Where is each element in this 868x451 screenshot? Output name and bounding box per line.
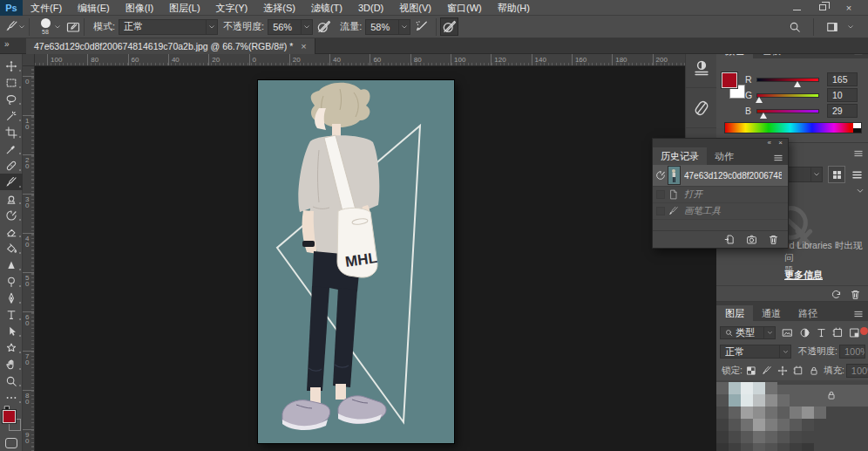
brush-panel-toggle-icon[interactable] <box>66 20 80 34</box>
channel-value[interactable]: 165 <box>827 72 858 86</box>
menu-item-5[interactable]: 选择(S) <box>255 0 303 15</box>
search-icon[interactable] <box>789 21 801 33</box>
filter-smart-objects-icon[interactable] <box>849 327 860 338</box>
tab-history[interactable]: 历史记录 <box>653 147 707 165</box>
layer-blend-mode-select[interactable]: 正常 <box>720 345 791 359</box>
menu-item-6[interactable]: 滤镜(T) <box>303 0 350 15</box>
airbrush-icon[interactable] <box>414 19 429 34</box>
history-close-icon[interactable]: × <box>778 139 783 147</box>
channel-slider-knob[interactable] <box>760 113 767 119</box>
filter-pixel-layers-icon[interactable] <box>782 327 793 338</box>
tab-paths[interactable]: 路径 <box>790 305 826 321</box>
more-info-link[interactable]: 更多信息 <box>784 269 823 282</box>
canvas-image[interactable]: MHL <box>258 80 454 443</box>
history-state-row[interactable]: 打开 <box>653 187 788 203</box>
trash-icon[interactable] <box>850 289 861 300</box>
channel-value[interactable]: 29 <box>827 104 858 118</box>
grid-view-toggle[interactable] <box>828 166 845 183</box>
type-tool[interactable] <box>0 306 23 323</box>
panel-menu-icon[interactable] <box>853 148 864 159</box>
menu-item-8[interactable]: 视图(V) <box>391 0 439 15</box>
lasso-tool[interactable] <box>0 91 23 107</box>
dodge-tool[interactable] <box>0 273 23 290</box>
brush-preset-picker[interactable]: 58 <box>37 18 54 35</box>
path-select-tool[interactable] <box>0 323 23 339</box>
channel-value[interactable]: 10 <box>827 88 858 102</box>
channel-slider-knob[interactable] <box>756 97 763 103</box>
styles-dock-button[interactable] <box>686 88 716 128</box>
menu-item-1[interactable]: 编辑(E) <box>70 0 118 15</box>
delete-state-icon[interactable] <box>768 234 779 245</box>
menu-item-7[interactable]: 3D(D) <box>350 0 391 15</box>
horizontal-ruler[interactable]: 10080604020020406080100120140160180200 <box>35 54 685 66</box>
pen-tool[interactable] <box>0 290 23 306</box>
magic-wand-tool[interactable] <box>0 107 23 124</box>
layer-filter-select[interactable]: 类型 <box>720 326 776 339</box>
flow-select[interactable]: 58% <box>365 19 410 35</box>
color-spectrum-ramp[interactable] <box>724 122 862 133</box>
brush-tool[interactable] <box>0 174 23 190</box>
menu-item-9[interactable]: 窗口(W) <box>439 0 490 15</box>
tool-preset-chevron-icon[interactable] <box>18 24 25 31</box>
layer-fill-select[interactable]: 100% <box>846 364 868 378</box>
paint-bucket-tool[interactable] <box>0 240 23 256</box>
chevron-down-icon[interactable] <box>763 327 775 338</box>
marquee-tool[interactable] <box>0 74 23 91</box>
new-document-from-state-icon[interactable] <box>724 234 736 245</box>
chevron-down-icon[interactable] <box>779 345 790 358</box>
foreground-color-swatch[interactable] <box>3 410 16 423</box>
document-tab[interactable]: 47e63d129c0d8f200674814619c70a2b.jpg @ 6… <box>26 38 315 54</box>
channel-slider[interactable] <box>756 93 819 98</box>
lock-artboard-icon[interactable] <box>793 366 804 376</box>
menu-item-3[interactable]: 图层(L) <box>161 0 207 15</box>
layer-filter-toggle[interactable] <box>860 327 868 335</box>
chevron-down-icon[interactable] <box>810 167 822 181</box>
tab-close-icon[interactable]: × <box>301 41 306 51</box>
close-button[interactable]: × <box>842 3 856 13</box>
pressure-opacity-icon[interactable] <box>316 19 331 34</box>
lock-all-icon[interactable] <box>809 366 819 376</box>
clone-stamp-tool[interactable] <box>0 190 23 207</box>
edit-toolbar[interactable] <box>0 389 23 406</box>
workspace-chevron-icon[interactable] <box>847 24 854 31</box>
vertical-ruler[interactable]: 01020304050607080901 <box>23 66 35 451</box>
menu-item-2[interactable]: 图像(I) <box>118 0 161 15</box>
channel-slider-knob[interactable] <box>794 81 801 87</box>
history-brush-source-icon[interactable] <box>653 170 668 181</box>
history-state-row[interactable]: 画笔工具 <box>653 203 788 220</box>
filter-type-layers-icon[interactable] <box>816 327 827 338</box>
history-brush-tool[interactable] <box>0 207 23 223</box>
history-collapse-icon[interactable]: « <box>768 139 770 147</box>
workspace-icon[interactable] <box>826 21 838 33</box>
canvas-area[interactable]: MHL <box>35 66 685 451</box>
custom-shape-tool[interactable] <box>0 339 23 356</box>
panel-menu-icon[interactable] <box>853 309 864 319</box>
panel-menu-icon[interactable] <box>773 153 783 163</box>
lock-pixels-icon[interactable] <box>762 366 772 376</box>
lock-position-icon[interactable] <box>777 366 788 376</box>
opacity-select[interactable]: 56% <box>268 19 313 35</box>
new-snapshot-icon[interactable] <box>746 234 757 245</box>
quick-mask-icon[interactable] <box>5 438 17 448</box>
history-source-checkbox[interactable] <box>653 190 668 199</box>
brush-picker-chevron-icon[interactable] <box>54 24 61 31</box>
crop-tool[interactable] <box>0 124 23 140</box>
filter-shape-layers-icon[interactable] <box>832 327 844 338</box>
tab-actions[interactable]: 动作 <box>707 147 742 165</box>
menu-item-4[interactable]: 文字(Y) <box>208 0 256 15</box>
zoom-tool[interactable] <box>0 372 23 389</box>
sync-icon[interactable] <box>831 289 842 300</box>
tool-preset-icon[interactable] <box>5 20 18 33</box>
restore-button[interactable] <box>816 3 830 13</box>
history-source-checkbox[interactable] <box>653 207 668 215</box>
tab-channels[interactable]: 通道 <box>753 305 790 321</box>
menu-item-0[interactable]: 文件(F) <box>23 0 70 15</box>
blend-mode-select[interactable]: 正常 <box>119 19 218 35</box>
move-tool[interactable] <box>0 58 23 74</box>
tab-layers[interactable]: 图层 <box>716 305 753 321</box>
menu-item-10[interactable]: 帮助(H) <box>490 0 538 15</box>
lock-transparency-icon[interactable] <box>746 366 756 376</box>
channel-slider[interactable] <box>756 78 819 82</box>
chevron-down-icon[interactable] <box>206 20 217 34</box>
panel-collapse-chevrons[interactable]: » <box>4 39 9 49</box>
